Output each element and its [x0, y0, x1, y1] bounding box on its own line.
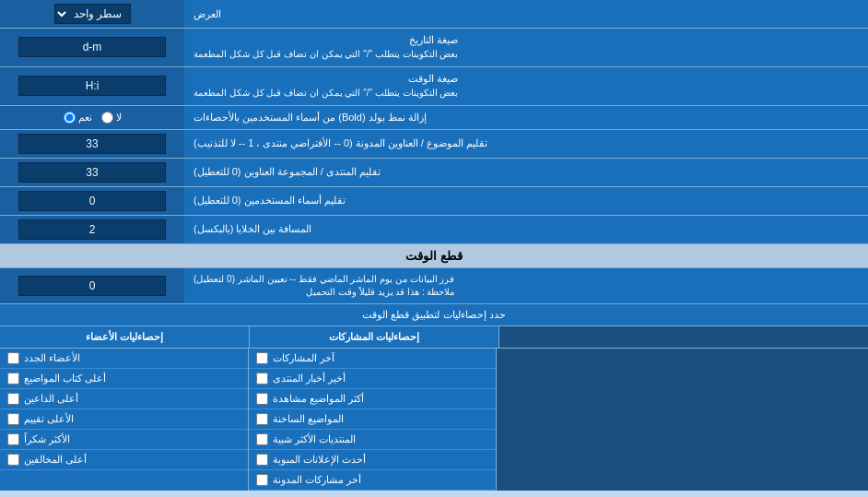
bold-remove-label: إزالة نمط بولد (Bold) من أسماء المستخدمي… — [184, 106, 868, 129]
stats-item: أخر مشاركات المدونة — [249, 470, 497, 491]
stats-headers: إحصاءليات المشاركات إحصاءليات الأعضاء — [0, 326, 868, 349]
checkbox-members-1[interactable] — [7, 352, 19, 364]
stats-col-empty — [496, 349, 868, 491]
stats-header-posts: إحصاءليات المشاركات — [249, 326, 499, 348]
stats-col-posts: آخر المشاركات أخير أخبار المنتدى أكثر ال… — [248, 349, 497, 491]
stats-item: أعلى الداعين — [0, 389, 248, 409]
checkbox-posts-6[interactable] — [256, 454, 268, 466]
checkbox-posts-4[interactable] — [256, 413, 268, 425]
bold-remove-cell: لا نعم — [0, 106, 184, 129]
cell-spacing-input[interactable] — [18, 219, 166, 240]
checkbox-posts-7[interactable] — [256, 474, 268, 486]
usernames-trim-label: تقليم أسماء المستخدمين (0 للتعطيل) — [184, 187, 868, 215]
stats-item: المواضيع الساخنة — [249, 409, 497, 430]
date-format-cell — [0, 29, 184, 66]
stats-body: آخر المشاركات أخير أخبار المنتدى أكثر ال… — [0, 349, 868, 491]
bold-no-label: لا — [116, 112, 122, 124]
stats-item: آخر المشاركات — [249, 349, 497, 369]
bold-yes-label: نعم — [78, 112, 92, 124]
checkbox-members-6[interactable] — [7, 454, 19, 466]
stats-item: أعلى كتاب المواضيع — [0, 369, 248, 389]
forum-trim-label: تقليم المنتدى / المجموعة العناوين (0 للت… — [184, 159, 868, 186]
display-mode-cell[interactable]: سطر واحد سطران ثلاثة أسطر — [0, 0, 184, 28]
stats-header-members: إحصاءليات الأعضاء — [0, 326, 249, 348]
checkbox-members-5[interactable] — [7, 433, 19, 445]
stats-item: الأكثر شكراً — [0, 430, 248, 450]
stats-header-empty — [499, 326, 868, 348]
checkbox-posts-2[interactable] — [256, 373, 268, 385]
checkbox-members-2[interactable] — [7, 373, 19, 385]
filter-label: فرز البيانات من يوم الماشر الماضي فقط --… — [184, 268, 868, 303]
stats-item: أخير أخبار المنتدى — [249, 369, 497, 389]
realtime-section-header: قطع الوقت — [0, 244, 868, 268]
topics-trim-cell — [0, 130, 184, 158]
filter-input[interactable] — [18, 276, 166, 296]
filter-cell — [0, 268, 184, 303]
stats-item: الأعضاء الجدد — [0, 349, 248, 369]
checkbox-posts-5[interactable] — [256, 433, 268, 445]
date-format-input[interactable] — [18, 37, 166, 57]
stats-limit-row: حدد إحصاءليات لتطبيق قطع الوقت — [0, 304, 868, 326]
forum-trim-input[interactable] — [18, 162, 166, 183]
time-format-cell — [0, 67, 184, 105]
time-format-input[interactable] — [18, 76, 166, 96]
page-title: العرض — [184, 0, 868, 28]
stats-item: أكثر المواضيع مشاهدة — [249, 389, 497, 409]
checkbox-members-3[interactable] — [7, 393, 19, 405]
display-mode-select[interactable]: سطر واحد سطران ثلاثة أسطر — [54, 4, 131, 24]
checkbox-members-4[interactable] — [7, 413, 19, 425]
checkbox-posts-1[interactable] — [256, 352, 268, 364]
usernames-trim-cell — [0, 187, 184, 215]
bold-yes-radio[interactable] — [64, 112, 76, 124]
forum-trim-cell — [0, 159, 184, 186]
cell-spacing-label: المسافة بين الخلايا (بالبكسل) — [184, 216, 868, 243]
stats-item: أحدث الإعلانات المبوبة — [249, 450, 497, 470]
cell-spacing-cell — [0, 216, 184, 243]
bold-no-radio[interactable] — [101, 112, 113, 124]
stats-item: المنتديات الأكثر شبية — [249, 430, 497, 450]
date-format-label: صيغة التاريخبعض التكوينات يتطلب "/" التي… — [184, 29, 868, 66]
checkbox-posts-3[interactable] — [256, 393, 268, 405]
usernames-trim-input[interactable] — [18, 191, 166, 211]
stats-item: أعلى المخالفين — [0, 450, 248, 470]
topics-trim-input[interactable] — [18, 134, 166, 154]
stats-item: الأعلى تقييم — [0, 409, 248, 430]
topics-trim-label: تقليم الموضوع / العناوين المدونة (0 -- ا… — [184, 130, 868, 158]
time-format-label: صيغة الوقتبعض التكوينات يتطلب "/" التي ي… — [184, 67, 868, 105]
stats-col-members: الأعضاء الجدد أعلى كتاب المواضيع أعلى ال… — [0, 349, 248, 491]
